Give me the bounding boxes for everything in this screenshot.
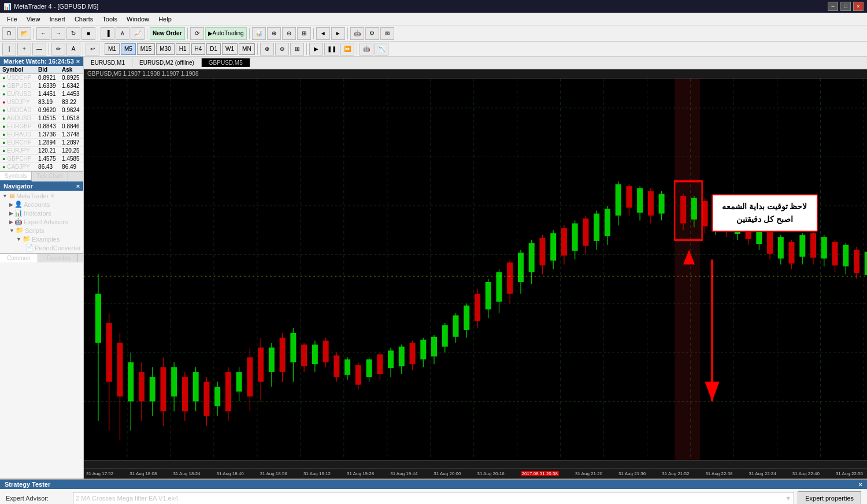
chart-main[interactable]: لاحظ توقيت بداية الشمعه اصبح كل دقيقتين [84, 79, 867, 460]
tab-favorites[interactable]: Favorites [40, 254, 78, 262]
zoom-out-button[interactable]: ⊖ [282, 27, 296, 40]
chart-candle-button[interactable]: 🕯 [116, 27, 129, 40]
market-watch-row[interactable]: ● EURGBP 0.8843 0.8846 [0, 123, 83, 131]
grid2-button[interactable]: ⊞ [290, 43, 304, 55]
stop-button[interactable]: ■ [81, 27, 95, 40]
menu-help[interactable]: Help [154, 14, 176, 24]
chart-annotation: لاحظ توقيت بداية الشمعه اصبح كل دقيقتين [712, 194, 818, 232]
toolbar2-btn1[interactable]: | [2, 43, 16, 55]
close-button[interactable]: × [853, 2, 864, 11]
market-watch-row[interactable]: ● EURJPY 120.21 120.25 [0, 147, 83, 155]
ea-dropdown[interactable]: 2 MA Crosses Mega filter EA V1.ex4 ▼ [73, 492, 794, 504]
navigator-close-icon[interactable]: × [76, 183, 80, 190]
scroll-left-button[interactable]: ◄ [316, 27, 330, 40]
new-file-button[interactable]: 🗋 [2, 27, 16, 40]
market-watch-row[interactable]: ● GBPCHF 1.4575 1.4585 [0, 155, 83, 163]
nav-root[interactable]: ▼ 🖥 MetaTrader 4 [0, 192, 83, 200]
toolbar2-sep-1 [49, 43, 49, 55]
period-m1[interactable]: M1 [105, 43, 120, 55]
svg-rect-67 [301, 344, 307, 366]
draw-button[interactable]: ✏ [51, 43, 65, 55]
nav-ea-label: Expert Advisors [24, 218, 68, 225]
period-m30[interactable]: M30 [156, 43, 174, 55]
expert2-button[interactable]: 🤖 [360, 43, 373, 55]
chart-line-button[interactable]: 📈 [131, 27, 144, 40]
chart-scroll-bar[interactable] [84, 460, 867, 468]
market-watch-row[interactable]: ● USDCAD 0.9620 0.9624 [0, 106, 83, 114]
chart-expert-button[interactable]: 📉 [375, 43, 388, 55]
nav-examples[interactable]: ▼ 📁 Examples [0, 235, 83, 243]
menu-view[interactable]: View [22, 14, 45, 24]
svg-rect-95 [453, 316, 459, 337]
undo-button[interactable]: ↩ [86, 43, 99, 55]
period-m15[interactable]: M15 [137, 43, 155, 55]
menu-charts[interactable]: Charts [70, 14, 98, 24]
fwd-button[interactable]: ⏩ [340, 43, 354, 55]
expert-properties-button[interactable]: Expert properties [798, 491, 861, 504]
email-button[interactable]: ✉ [380, 27, 394, 40]
period-d1[interactable]: D1 [206, 43, 221, 55]
menu-file[interactable]: File [2, 14, 22, 24]
menu-window[interactable]: Window [122, 14, 154, 24]
nav-indicators-label: Indicators [24, 210, 51, 217]
zoom-chart-in[interactable]: ⊕ [260, 43, 274, 55]
expert-button[interactable]: 🤖 [350, 27, 364, 40]
maximize-button[interactable]: □ [840, 2, 851, 11]
market-watch-row[interactable]: ● GBPUSD 1.6339 1.6342 [0, 82, 83, 90]
mw-close-icon[interactable]: × [76, 58, 80, 65]
market-watch-row[interactable]: ● EURCHF 1.2894 1.2897 [0, 139, 83, 147]
back-button[interactable]: ← [36, 27, 50, 40]
grid-button[interactable]: ⊞ [297, 27, 311, 40]
forward-button[interactable]: → [51, 27, 65, 40]
market-watch-row[interactable]: ● EURUSD 1.4451 1.4453 [0, 90, 83, 98]
toolbar2-sep-5 [306, 43, 307, 55]
nav-expert-advisors[interactable]: ▶ 🤖 Expert Advisors [0, 217, 83, 226]
indicator-list-button[interactable]: 📊 [252, 27, 266, 40]
crosshair-button[interactable]: + [17, 43, 31, 55]
menu-insert[interactable]: Insert [45, 14, 70, 24]
period-m5[interactable]: M5 [121, 43, 136, 55]
nav-accounts[interactable]: ▶ 👤 Accounts [0, 200, 83, 209]
svg-rect-115 [561, 228, 567, 255]
nav-scripts[interactable]: ▼ 📁 Scripts [0, 226, 83, 235]
period-mn[interactable]: MN [239, 43, 255, 55]
minimize-button[interactable]: – [828, 2, 838, 11]
period-w1[interactable]: W1 [222, 43, 238, 55]
settings-button[interactable]: ⚙ [365, 27, 379, 40]
svg-rect-129 [637, 188, 643, 213]
bid-cell: 1.4575 [36, 155, 60, 163]
chart-bar-button[interactable]: ▐ [101, 27, 114, 40]
chart-tab-eurusd-m1[interactable]: EURUSD,M1 [84, 58, 132, 67]
market-watch-row[interactable]: ● CADJPY 86.43 86.49 [0, 163, 83, 171]
scroll-right-button[interactable]: ► [331, 27, 345, 40]
market-watch-row[interactable]: ● USDCHF 0.8921 0.8925 [0, 74, 83, 82]
time-label-15: 31 Aug 22:08 [705, 471, 732, 476]
nav-indicators[interactable]: ▶ 📊 Indicators [0, 209, 83, 217]
tab-common[interactable]: Common [0, 254, 38, 262]
menu-tools[interactable]: Tools [98, 14, 122, 24]
bid-cell: 1.0515 [36, 114, 60, 123]
market-watch-row[interactable]: ● AUDUSD 1.0515 1.0518 [0, 114, 83, 123]
refresh-button[interactable]: ↻ [66, 27, 80, 40]
chart-tab-eurusd-m2[interactable]: EURUSD,M2 (offline) [132, 58, 202, 67]
text-button[interactable]: A [66, 43, 80, 55]
nav-period-converter[interactable]: 📄 PeriodConverter [0, 243, 83, 252]
market-watch-row[interactable]: ● EURAUD 1.3736 1.3748 [0, 131, 83, 139]
zoom-in-button[interactable]: ⊕ [267, 27, 281, 40]
tab-tick-chart[interactable]: Tick Chart [32, 172, 68, 181]
zoom-chart-out[interactable]: ⊖ [275, 43, 289, 55]
new-order-button[interactable]: New Order [150, 27, 185, 40]
hline-button[interactable]: — [32, 43, 46, 55]
refresh2-button[interactable]: ⟳ [190, 27, 204, 40]
open-button[interactable]: 📂 [17, 27, 31, 40]
period-h1[interactable]: H1 [176, 43, 190, 55]
st-close-icon[interactable]: × [859, 481, 862, 488]
market-watch-row[interactable]: ● USDJPY 83.19 83.22 [0, 98, 83, 106]
play-button[interactable]: ▶ [309, 43, 323, 55]
pause-button[interactable]: ❚❚ [324, 43, 339, 55]
chart-tab-gbpusd-m5[interactable]: GBPUSD,M5 [202, 58, 250, 67]
autotrading-button[interactable]: ▶ AutoTrading [205, 27, 247, 40]
svg-rect-136 [680, 196, 686, 223]
period-h4[interactable]: H4 [191, 43, 206, 55]
tab-symbols[interactable]: Symbols [0, 172, 32, 181]
